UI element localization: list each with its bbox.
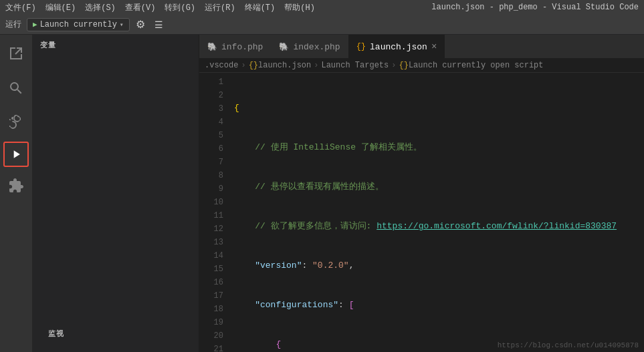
breadcrumb-vscode: .vscode	[205, 61, 238, 70]
activity-search[interactable]	[0, 72, 32, 104]
editor-area: 🐘 info.php 🐘 index.php {} launch.json × …	[199, 35, 644, 352]
tab-index-php[interactable]: 🐘 index.php	[271, 35, 348, 58]
breadcrumb-targets: Launch Targets	[321, 61, 389, 70]
debug-toolbar: 运行 ▶ Launch currently ▾ ⚙ ☰	[0, 15, 644, 35]
breadcrumb-icon1: {}	[249, 61, 258, 70]
play-icon: ▶	[33, 20, 37, 29]
breadcrumb-script: Launch currently open script	[409, 61, 544, 70]
tab-label-info: info.php	[221, 42, 263, 52]
breadcrumb-sep1: ›	[241, 61, 245, 70]
launch-label: Launch currently	[40, 20, 117, 29]
chevron-down-icon: ▾	[120, 21, 124, 29]
launch-button[interactable]: ▶ Launch currently ▾	[27, 18, 130, 31]
code-editor[interactable]: 12345 678910 1112131415 1617181920 21222…	[199, 73, 644, 352]
tab-label-index: index.php	[293, 42, 340, 52]
breadcrumb-sep2: ›	[314, 61, 318, 70]
debug-format-button[interactable]: ☰	[151, 17, 167, 33]
menu-goto[interactable]: 转到(G)	[165, 2, 195, 13]
tab-close-button[interactable]: ×	[431, 41, 437, 52]
watermark: https://blog.csdn.net/u014095878	[498, 341, 639, 349]
window-title: launch.json - php_demo - Visual Studio C…	[431, 3, 639, 12]
variables-header: 变量	[32, 35, 199, 53]
tab-info-php[interactable]: 🐘 info.php	[199, 35, 271, 58]
php-icon-2: 🐘	[279, 42, 289, 52]
line-numbers: 12345 678910 1112131415 1617181920 21222…	[199, 73, 231, 352]
tab-bar: 🐘 info.php 🐘 index.php {} launch.json ×	[199, 35, 644, 58]
tab-label-launch: launch.json	[370, 42, 427, 52]
breadcrumb-icon2: {}	[399, 61, 408, 70]
breadcrumb-sep3: ›	[391, 61, 396, 70]
php-icon: 🐘	[207, 42, 217, 52]
menu-view[interactable]: 查看(V)	[125, 2, 156, 13]
breadcrumb: .vscode › {} launch.json › Launch Target…	[199, 58, 644, 73]
main-layout: 变量 监视 🐘 info.php 🐘 index.php {} launch.j…	[0, 35, 644, 352]
gear-button[interactable]: ⚙	[132, 17, 148, 33]
activity-source-control[interactable]	[0, 107, 32, 139]
run-label: 运行	[5, 19, 21, 30]
menu-select[interactable]: 选择(S)	[85, 2, 116, 13]
menu-bar[interactable]: 文件(F) 编辑(E) 选择(S) 查看(V) 转到(G) 运行(R) 终端(T…	[5, 2, 315, 13]
watch-header: 监视	[40, 323, 191, 341]
menu-file[interactable]: 文件(F)	[5, 2, 36, 13]
activity-explorer[interactable]	[0, 37, 32, 69]
breadcrumb-launch: launch.json	[258, 61, 311, 70]
menu-edit[interactable]: 编辑(E)	[45, 2, 76, 13]
menu-terminal[interactable]: 终端(T)	[245, 2, 276, 13]
titlebar: 文件(F) 编辑(E) 选择(S) 查看(V) 转到(G) 运行(R) 终端(T…	[0, 0, 644, 15]
json-icon: {}	[356, 42, 366, 51]
sidebar: 变量 监视	[32, 35, 199, 352]
tab-launch-json[interactable]: {} launch.json ×	[348, 35, 445, 58]
activity-run-debug[interactable]	[3, 142, 29, 167]
activity-bar	[0, 35, 32, 352]
menu-run[interactable]: 运行(R)	[205, 2, 235, 13]
activity-extensions[interactable]	[0, 170, 32, 202]
titlebar-left: 文件(F) 编辑(E) 选择(S) 查看(V) 转到(G) 运行(R) 终端(T…	[5, 2, 315, 13]
code-content: { // 使用 IntelliSense 了解相关属性。 // 悬停以查看现有属…	[231, 73, 644, 352]
menu-help[interactable]: 帮助(H)	[284, 2, 315, 13]
